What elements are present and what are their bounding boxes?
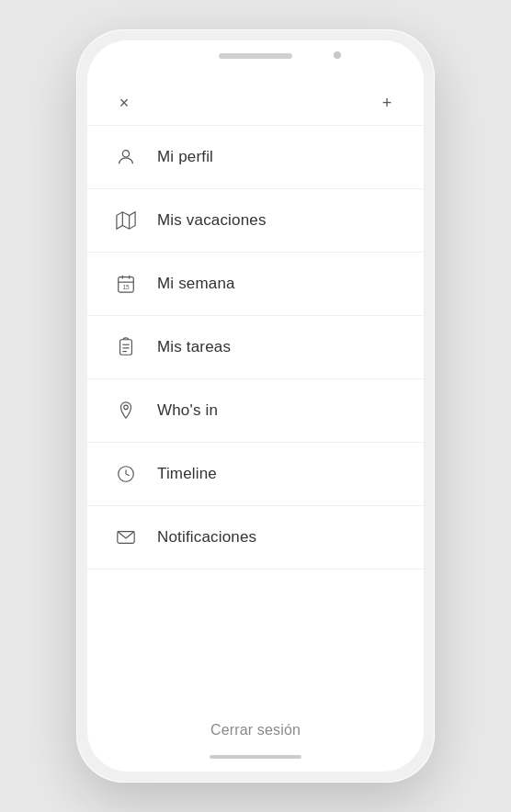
- menu-label-notificaciones: Notificaciones: [157, 528, 256, 547]
- menu-label-mis-vacaciones: Mis vacaciones: [157, 211, 267, 230]
- logout-button[interactable]: Cerrar sesión: [210, 722, 301, 739]
- menu-label-mi-semana: Mi semana: [157, 275, 235, 293]
- svg-marker-1: [117, 212, 135, 229]
- front-camera: [334, 51, 341, 59]
- menu-item-whos-in[interactable]: Who's in: [87, 379, 424, 443]
- clipboard-icon: [109, 331, 142, 364]
- menu-label-mis-tareas: Mis tareas: [157, 338, 231, 356]
- svg-point-0: [122, 151, 129, 157]
- top-bar: × +: [87, 77, 424, 125]
- pin-icon: [109, 394, 142, 427]
- menu-item-mi-perfil[interactable]: Mi perfil: [87, 125, 424, 189]
- home-indicator: [210, 755, 301, 759]
- notch-bar: [87, 40, 424, 77]
- map-icon: [109, 204, 142, 237]
- menu-label-timeline: Timeline: [157, 465, 217, 483]
- menu-item-notificaciones[interactable]: Notificaciones: [87, 506, 424, 570]
- menu-label-whos-in: Who's in: [157, 401, 218, 420]
- notch-pill: [219, 53, 292, 59]
- menu-item-mi-semana[interactable]: 15 Mi semana: [87, 253, 424, 316]
- svg-point-13: [124, 405, 129, 410]
- add-button[interactable]: +: [372, 88, 402, 118]
- svg-rect-9: [120, 340, 132, 355]
- clock-icon: [109, 457, 142, 491]
- phone-device: × + Mi perfil: [76, 29, 435, 783]
- person-icon: [109, 141, 142, 174]
- calendar-icon: 15: [109, 267, 142, 300]
- menu-item-timeline[interactable]: Timeline: [87, 443, 424, 506]
- menu-label-mi-perfil: Mi perfil: [157, 148, 213, 166]
- envelope-icon: [109, 521, 142, 554]
- menu-list: Mi perfil Mis vacaciones: [87, 125, 424, 700]
- svg-text:15: 15: [122, 284, 130, 290]
- bottom-area: Cerrar sesión: [87, 700, 424, 772]
- phone-screen: × + Mi perfil: [87, 40, 424, 772]
- menu-item-mis-vacaciones[interactable]: Mis vacaciones: [87, 189, 424, 253]
- close-button[interactable]: ×: [109, 88, 139, 118]
- menu-item-mis-tareas[interactable]: Mis tareas: [87, 316, 424, 379]
